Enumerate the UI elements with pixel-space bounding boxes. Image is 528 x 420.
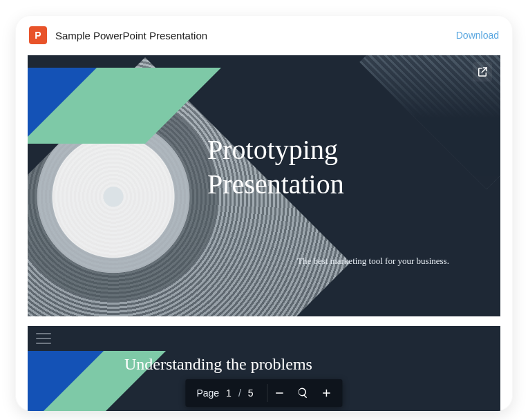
svg-rect-2 bbox=[323, 392, 330, 394]
open-external-button[interactable] bbox=[473, 62, 492, 82]
open-external-icon bbox=[476, 66, 489, 78]
zoom-reset-button[interactable] bbox=[292, 381, 315, 405]
magnifier-icon bbox=[297, 387, 310, 399]
powerpoint-icon-letter: P bbox=[35, 30, 41, 41]
hamburger-line bbox=[36, 343, 51, 344]
plus-icon bbox=[321, 387, 333, 399]
slide-1-title: Prototyping Presentation bbox=[207, 133, 344, 202]
svg-rect-0 bbox=[276, 392, 283, 394]
slide-1-title-line-2: Presentation bbox=[207, 169, 344, 200]
slide-1-subtitle: The best marketing tool for your busines… bbox=[297, 256, 449, 267]
zoom-out-button[interactable] bbox=[268, 381, 292, 405]
minus-icon bbox=[274, 387, 286, 399]
slide-1-title-line-1: Prototyping bbox=[207, 134, 338, 165]
hamburger-line bbox=[36, 338, 51, 339]
thumbnails-toggle-button[interactable] bbox=[36, 333, 51, 344]
download-link[interactable]: Download bbox=[456, 30, 499, 41]
slide-1: Prototyping Presentation The best market… bbox=[28, 55, 500, 316]
slide-2-title: Understanding the problems bbox=[124, 355, 312, 374]
total-pages: 5 bbox=[241, 388, 261, 399]
document-title: Sample PowerPoint Presentation bbox=[55, 30, 456, 41]
page-controls: Page 1 / 5 bbox=[185, 379, 342, 407]
zoom-in-button[interactable] bbox=[315, 381, 339, 405]
header-bar: P Sample PowerPoint Presentation Downloa… bbox=[15, 15, 513, 55]
page-label: Page bbox=[196, 388, 219, 399]
slide-viewer: Prototyping Presentation The best market… bbox=[28, 55, 500, 411]
presentation-card: P Sample PowerPoint Presentation Downloa… bbox=[15, 15, 513, 411]
slide-gap bbox=[28, 316, 500, 326]
hamburger-line bbox=[36, 333, 51, 334]
slide-2: Understanding the problems Page 1 / 5 bbox=[28, 326, 500, 411]
powerpoint-icon: P bbox=[29, 26, 47, 44]
current-page-number: 1 bbox=[219, 388, 238, 399]
